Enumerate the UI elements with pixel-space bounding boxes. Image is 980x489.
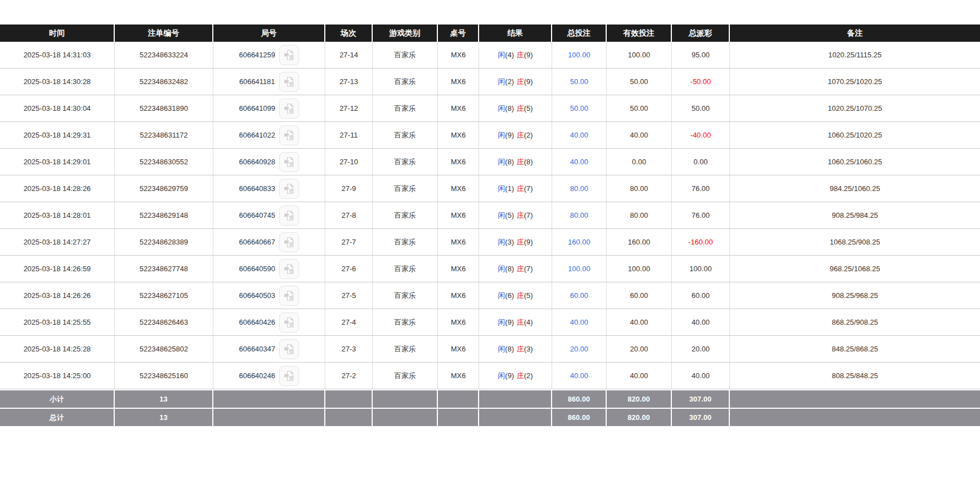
result-player-label: 闲 xyxy=(498,51,505,59)
summary-row: 总计 13 860.00 820.00 307.00 xyxy=(0,408,980,426)
table-row: 2025-03-18 14:25:55 522348626463 6066404… xyxy=(0,309,980,336)
video-replay-button[interactable] xyxy=(279,339,299,359)
result-banker-label: 庄 xyxy=(517,238,524,246)
cell-round-id: 606640426 xyxy=(213,309,325,336)
cell-game-type: 百家乐 xyxy=(373,122,438,149)
total-bet-link[interactable]: 40.00 xyxy=(570,318,588,326)
bet-history-table: 时间 注单编号 局号 场次 游戏类别 桌号 结果 总投注 有效投注 总派彩 备注… xyxy=(0,25,980,426)
cell-bet-id: 522348631890 xyxy=(115,95,213,122)
cell-game-type: 百家乐 xyxy=(373,229,438,256)
cell-game-type: 百家乐 xyxy=(373,175,438,202)
total-bet-link[interactable]: 40.00 xyxy=(570,371,588,380)
table-header-row: 时间 注单编号 局号 场次 游戏类别 桌号 结果 总投注 有效投注 总派彩 备注 xyxy=(0,25,980,42)
video-replay-button[interactable] xyxy=(279,125,299,145)
col-header-round-id: 局号 xyxy=(213,25,325,42)
table-row: 2025-03-18 14:28:01 522348629148 6066407… xyxy=(0,202,980,229)
video-replay-button[interactable] xyxy=(279,286,299,306)
total-bet-link[interactable]: 50.00 xyxy=(570,77,588,86)
summary-empty-game-type xyxy=(373,389,438,408)
cell-bet-id: 522348627748 xyxy=(115,256,213,282)
video-replay-icon xyxy=(283,183,295,195)
summary-empty-session xyxy=(325,408,373,426)
total-bet-link[interactable]: 60.00 xyxy=(570,291,588,300)
cell-time: 2025-03-18 14:25:00 xyxy=(0,363,115,389)
video-replay-button[interactable] xyxy=(279,99,299,119)
cell-table-no: MX6 xyxy=(438,122,479,149)
result-player-score: (1) xyxy=(505,184,514,193)
total-bet-link[interactable]: 100.00 xyxy=(568,51,591,59)
result-banker-label: 庄 xyxy=(517,131,524,139)
cell-table-no: MX6 xyxy=(438,149,479,175)
cell-payout: -50.00 xyxy=(672,69,730,95)
cell-total-bet: 80.00 xyxy=(552,202,607,229)
cell-round-id: 606640347 xyxy=(213,336,325,363)
cell-table-no: MX6 xyxy=(438,95,479,122)
result-banker-score: (2) xyxy=(524,131,533,139)
video-replay-button[interactable] xyxy=(279,232,299,252)
cell-payout: 0.00 xyxy=(672,149,730,175)
video-replay-button[interactable] xyxy=(279,72,299,92)
cell-time: 2025-03-18 14:26:59 xyxy=(0,256,115,282)
col-header-remark: 备注 xyxy=(730,25,980,42)
video-replay-icon xyxy=(283,76,295,88)
round-id-text: 606640347 xyxy=(239,345,275,353)
summary-count: 13 xyxy=(115,389,213,408)
col-header-game-type: 游戏类别 xyxy=(373,25,438,42)
cell-total-bet: 50.00 xyxy=(552,69,607,95)
cell-payout: 60.00 xyxy=(672,282,730,309)
cell-table-no: MX6 xyxy=(438,309,479,336)
cell-payout: 76.00 xyxy=(672,202,730,229)
page-container: 时间 注单编号 局号 场次 游戏类别 桌号 结果 总投注 有效投注 总派彩 备注… xyxy=(0,0,980,426)
total-bet-link[interactable]: 50.00 xyxy=(570,104,588,113)
video-replay-button[interactable] xyxy=(279,179,299,199)
cell-table-no: MX6 xyxy=(438,42,479,69)
result-player-score: (8) xyxy=(505,104,514,113)
table-row: 2025-03-18 14:27:27 522348628389 6066406… xyxy=(0,229,980,256)
summary-total-bet: 860.00 xyxy=(552,408,607,426)
result-banker-label: 庄 xyxy=(517,345,524,353)
cell-total-bet: 50.00 xyxy=(552,95,607,122)
cell-result: 闲(8)庄(3) xyxy=(479,336,552,363)
video-replay-button[interactable] xyxy=(279,312,299,332)
result-banker-score: (8) xyxy=(524,158,533,166)
result-banker-score: (3) xyxy=(524,345,533,353)
cell-round-id: 606641099 xyxy=(213,95,325,122)
total-bet-link[interactable]: 80.00 xyxy=(570,184,588,193)
summary-empty-round xyxy=(213,389,325,408)
cell-session: 27-12 xyxy=(325,95,373,122)
cell-bet-id: 522348630552 xyxy=(115,149,213,175)
table-row: 2025-03-18 14:26:59 522348627748 6066405… xyxy=(0,256,980,282)
total-bet-link[interactable]: 80.00 xyxy=(570,211,588,219)
table-row: 2025-03-18 14:30:28 522348632482 6066411… xyxy=(0,69,980,95)
table-row: 2025-03-18 14:31:03 522348633224 6066412… xyxy=(0,42,980,69)
result-banker-label: 庄 xyxy=(517,265,524,273)
cell-bet-id: 522348632482 xyxy=(115,69,213,95)
total-bet-link[interactable]: 20.00 xyxy=(570,345,588,353)
result-banker-score: (9) xyxy=(524,238,533,246)
cell-result: 闲(9)庄(4) xyxy=(479,309,552,336)
result-player-score: (8) xyxy=(505,158,514,166)
video-replay-button[interactable] xyxy=(279,45,299,65)
cell-bet-id: 522348626463 xyxy=(115,309,213,336)
video-replay-button[interactable] xyxy=(279,206,299,226)
cell-game-type: 百家乐 xyxy=(373,336,438,363)
cell-round-id: 606640928 xyxy=(213,149,325,175)
total-bet-link[interactable]: 40.00 xyxy=(570,131,588,139)
summary-empty-remark xyxy=(730,389,980,408)
cell-time: 2025-03-18 14:27:27 xyxy=(0,229,115,256)
video-replay-button[interactable] xyxy=(279,366,299,386)
total-bet-link[interactable]: 100.00 xyxy=(568,265,591,273)
video-replay-button[interactable] xyxy=(279,259,299,279)
cell-round-id: 606641022 xyxy=(213,122,325,149)
cell-payout: -40.00 xyxy=(672,122,730,149)
cell-total-bet: 20.00 xyxy=(552,336,607,363)
result-player-score: (9) xyxy=(505,131,514,139)
cell-remark: 868.25/908.25 xyxy=(730,309,980,336)
total-bet-link[interactable]: 160.00 xyxy=(568,238,591,246)
result-player-label: 闲 xyxy=(498,158,505,166)
cell-session: 27-3 xyxy=(325,336,373,363)
total-bet-link[interactable]: 40.00 xyxy=(570,158,588,166)
summary-empty-remark xyxy=(730,408,980,426)
table-row: 2025-03-18 14:30:04 522348631890 6066410… xyxy=(0,95,980,122)
video-replay-button[interactable] xyxy=(279,152,299,172)
